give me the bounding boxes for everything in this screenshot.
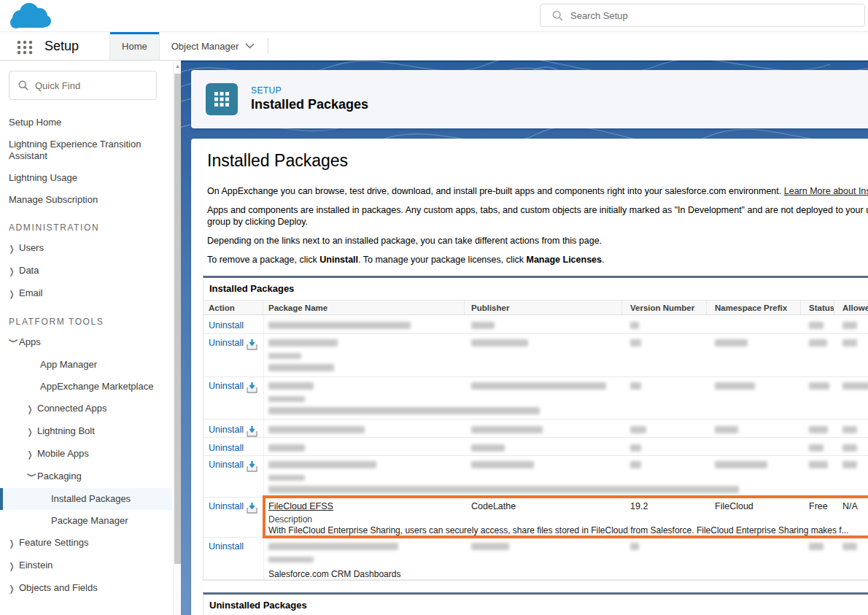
sidebar-item-package-manager[interactable]: Package Manager [0, 510, 172, 532]
redacted-name [268, 382, 314, 390]
chevron-right-icon[interactable]: ❯ [9, 264, 19, 279]
sidebar-item-label: Manage Subscription [9, 194, 98, 206]
uninstall-link[interactable]: Uninstall [209, 443, 244, 453]
tab-object-manager[interactable]: Object Manager [160, 32, 267, 60]
chevron-right-icon[interactable]: ❯ [9, 536, 19, 552]
redacted-description-label [268, 475, 305, 481]
salesforce-logo [9, 1, 54, 31]
main-region: SETUP Installed Packages Installed Packa… [181, 61, 868, 615]
package-install-icon[interactable] [246, 382, 258, 397]
sidebar-item-data[interactable]: ❯Data [0, 260, 172, 282]
scrollbar-thumb[interactable] [174, 74, 181, 564]
global-header [0, 0, 868, 32]
chevron-right-icon[interactable]: ❯ [28, 402, 37, 417]
chevron-down-icon[interactable]: ❯ [7, 339, 22, 348]
sidebar-section-platform-tools: PLATFORM TOOLS [0, 305, 172, 331]
column-header-status: Status [801, 301, 834, 314]
redacted-allowed [842, 543, 857, 550]
column-header-action: Action [204, 301, 263, 314]
sidebar-scrollbar[interactable]: ▲ [173, 61, 181, 615]
search-setup-input[interactable] [570, 10, 864, 21]
package-row: Uninstall [204, 377, 868, 419]
redacted-version [630, 444, 641, 452]
sidebar-item-lightning-usage[interactable]: Lightning Usage [0, 167, 172, 189]
sidebar-item-setup-home[interactable]: Setup Home [0, 112, 172, 134]
uninstall-link[interactable]: Uninstall [209, 460, 244, 470]
chevron-down-icon[interactable]: ❯ [25, 473, 40, 482]
chevron-right-icon[interactable]: ❯ [9, 559, 19, 574]
scroll-up-arrow[interactable]: ▲ [174, 63, 181, 69]
package-row: Uninstall [204, 438, 868, 456]
description-label: Description [268, 514, 312, 525]
redacted-allowed [842, 426, 857, 433]
description-text: With FileCloud Enterprise Sharing, users… [268, 525, 849, 535]
learn-more-link[interactable]: Learn More about Installing Packages [784, 186, 868, 196]
chevron-right-icon[interactable]: ❯ [9, 241, 19, 257]
content-heading: Installed Packages [207, 151, 868, 171]
chevron-right-icon[interactable]: ❯ [9, 581, 19, 597]
uninstall-link[interactable]: Uninstall [209, 381, 244, 391]
sidebar-item-mobile-apps[interactable]: ❯Mobile Apps [0, 443, 172, 465]
sidebar-item-label: Setup Home [9, 117, 61, 128]
sidebar-item-apps[interactable]: ❯Apps [0, 331, 172, 354]
redacted-publisher [471, 382, 606, 390]
sidebar-item-objects-and-fields[interactable]: ❯Objects and Fields [0, 577, 172, 600]
package-row: Uninstall [204, 456, 868, 498]
sidebar-item-packaging[interactable]: ❯Packaging [0, 465, 172, 488]
sidebar-item-connected-apps[interactable]: ❯Connected Apps [0, 398, 172, 420]
app-launcher-icon[interactable] [15, 37, 34, 56]
redacted-allowed [842, 382, 868, 390]
sidebar-item-app-manager[interactable]: App Manager [0, 354, 172, 376]
redacted-version [630, 339, 641, 347]
sidebar-item-lightning-bolt[interactable]: ❯Lightning Bolt [0, 420, 172, 443]
sidebar-item-label: Installed Packages [51, 493, 131, 505]
package-install-icon[interactable] [246, 502, 258, 517]
uninstall-link[interactable]: Uninstall [209, 541, 244, 552]
quick-find-input[interactable] [35, 80, 156, 91]
setup-grid-icon [206, 83, 238, 115]
column-header-allowed-licenses: Allowed Licenses [834, 301, 868, 314]
uninstall-link[interactable]: Uninstall [209, 425, 244, 435]
content-card: Installed Packages On AppExchange you ca… [191, 139, 868, 615]
sidebar-item-feature-settings[interactable]: ❯Feature Settings [0, 532, 172, 554]
quick-find-box [9, 71, 157, 100]
uninstall-link[interactable]: Uninstall [209, 338, 244, 348]
sidebar-item-email[interactable]: ❯Email [0, 282, 172, 305]
sidebar-item-appexchange-marketplace[interactable]: AppExchange Marketplace [0, 376, 172, 398]
redacted-name [268, 444, 305, 452]
redacted-name [268, 426, 365, 433]
sidebar-item-einstein[interactable]: ❯Einstein [0, 554, 172, 577]
redacted-version [630, 461, 641, 468]
tab-home[interactable]: Home [109, 32, 160, 60]
namespace-value: FileCloud [715, 501, 753, 511]
package-row: UninstallSalesforce.com CRM Dashboards [204, 538, 868, 580]
redacted-status [809, 461, 828, 468]
sidebar-item-lightning-experience-transition-assistant[interactable]: Lightning Experience Transition Assistan… [0, 134, 172, 167]
chevron-right-icon[interactable]: ❯ [9, 287, 19, 302]
chevron-right-icon[interactable]: ❯ [28, 447, 37, 463]
package-row-filecloud-efss: UninstallFileCloud EFSSCodeLathe19.2File… [204, 498, 868, 538]
uninstall-link[interactable]: Uninstall [209, 320, 244, 330]
package-install-icon[interactable] [246, 339, 258, 354]
redacted-namespace [715, 382, 755, 390]
redacted-namespace [715, 339, 748, 347]
redacted-status [809, 444, 824, 452]
column-divider [263, 456, 264, 497]
table-header-row: ActionPackage NamePublisherVersion Numbe… [204, 300, 868, 315]
uninstall-link[interactable]: Uninstall [209, 501, 244, 511]
package-row: Uninstall [204, 419, 868, 438]
sidebar-item-users[interactable]: ❯Users [0, 237, 172, 260]
installed-packages-table: UninstallUninstallUninstallUninstallUnin… [204, 315, 868, 580]
tab-divider [268, 38, 268, 54]
setup-nav-list: Setup HomeLightning Experience Transitio… [0, 112, 172, 600]
sidebar-item-installed-packages[interactable]: Installed Packages [0, 488, 172, 510]
setup-tab-bar: Setup Home Object Manager [0, 32, 868, 61]
page-header-card: SETUP Installed Packages [191, 70, 868, 128]
sidebar-item-manage-subscription[interactable]: Manage Subscription [0, 189, 172, 211]
package-install-icon[interactable] [246, 460, 258, 476]
redacted-name [268, 543, 398, 550]
redacted-status [809, 322, 824, 329]
page-title: Installed Packages [251, 97, 368, 112]
chevron-right-icon[interactable]: ❯ [28, 425, 37, 440]
package-name-link[interactable]: FileCloud EFSS [268, 501, 333, 511]
